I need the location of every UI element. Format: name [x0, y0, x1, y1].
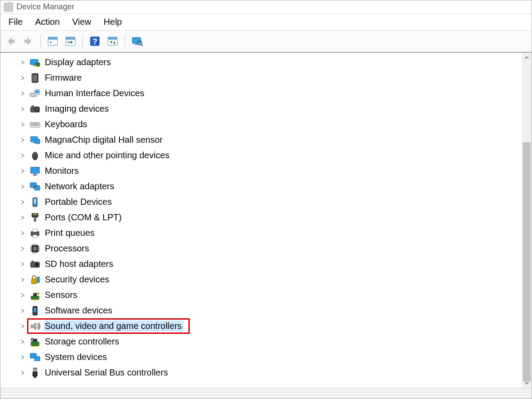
- chevron-right-icon: [20, 138, 25, 142]
- svg-rect-64: [33, 235, 37, 238]
- tree-item[interactable]: Imaging devices: [19, 101, 522, 117]
- scroll-thumb[interactable]: [523, 142, 531, 382]
- tree-item[interactable]: Mice and other pointing devices: [19, 148, 522, 163]
- tree-item-label: Universal Serial Bus controllers: [44, 367, 170, 378]
- help-button[interactable]: ?: [87, 34, 102, 49]
- chevron-right-icon: [20, 371, 25, 375]
- chevron-right-icon: [20, 309, 25, 313]
- keyboard-icon: [29, 118, 41, 131]
- expand-toggle[interactable]: [19, 59, 26, 66]
- tree-item-label: MagnaChip digital Hall sensor: [44, 134, 164, 145]
- expand-toggle[interactable]: [19, 106, 26, 113]
- menu-view[interactable]: View: [72, 17, 91, 27]
- expand-toggle[interactable]: [19, 307, 26, 314]
- expand-toggle[interactable]: [19, 183, 26, 190]
- expand-toggle[interactable]: [19, 90, 26, 97]
- scroll-track[interactable]: [522, 63, 532, 378]
- expand-toggle[interactable]: [19, 354, 26, 361]
- expand-toggle[interactable]: [19, 323, 26, 330]
- tree-item[interactable]: Keyboards: [19, 117, 522, 132]
- tree-item[interactable]: Human Interface Devices: [19, 86, 522, 101]
- vertical-scrollbar[interactable]: [522, 53, 532, 388]
- svg-point-56: [35, 204, 36, 206]
- monitor-icon: [29, 165, 41, 177]
- expand-toggle[interactable]: [19, 74, 26, 82]
- menu-help[interactable]: Help: [104, 17, 122, 27]
- expand-toggle[interactable]: [19, 338, 26, 345]
- tree-item[interactable]: Universal Serial Bus controllers: [19, 365, 522, 380]
- tree-item[interactable]: Sound, video and game controllers: [19, 318, 522, 334]
- expand-toggle[interactable]: [19, 152, 26, 159]
- expand-toggle[interactable]: [19, 292, 26, 299]
- svg-rect-18: [33, 65, 35, 66]
- scan-hardware-button[interactable]: [63, 34, 78, 49]
- expand-toggle[interactable]: [19, 168, 26, 175]
- menu-action[interactable]: Action: [35, 17, 60, 27]
- properties-button[interactable]: [45, 34, 60, 49]
- window-title: Device Manager: [16, 2, 528, 12]
- device-manager-window: Device Manager File Action View Help: [0, 0, 532, 399]
- tree-item-label: Network adapters: [44, 181, 116, 192]
- device-tree[interactable]: Display adaptersFirmwareHuman Interface …: [0, 53, 522, 388]
- expand-toggle[interactable]: [19, 245, 26, 252]
- svg-rect-38: [36, 123, 37, 124]
- expand-toggle[interactable]: [19, 214, 26, 221]
- svg-rect-10: [108, 37, 117, 40]
- tree-item[interactable]: Processors: [19, 241, 522, 256]
- properties-icon: [47, 35, 59, 47]
- expand-toggle[interactable]: [19, 369, 26, 376]
- expand-toggle[interactable]: [19, 199, 26, 206]
- tree-item[interactable]: Firmware: [19, 70, 522, 86]
- display-adapter-icon: [29, 56, 41, 69]
- menu-bar: File Action View Help: [0, 14, 532, 31]
- svg-rect-42: [34, 125, 37, 125]
- chevron-right-icon: [20, 91, 25, 96]
- svg-point-31: [36, 109, 38, 110]
- svg-rect-28: [35, 90, 39, 93]
- svg-rect-66: [33, 247, 37, 250]
- tree-item[interactable]: Display adapters: [19, 55, 522, 70]
- menu-file[interactable]: File: [8, 17, 23, 27]
- chevron-right-icon: [20, 122, 25, 127]
- tree-item[interactable]: Print queues: [19, 225, 522, 241]
- show-hidden-devices-button[interactable]: [129, 34, 145, 49]
- tree-item[interactable]: SD host adapters: [19, 256, 522, 272]
- sensors-icon: [29, 289, 41, 301]
- tree-item[interactable]: Sensors: [19, 287, 522, 303]
- tree-item[interactable]: MagnaChip digital Hall sensor: [19, 132, 522, 148]
- svg-rect-55: [34, 199, 36, 204]
- expand-toggle[interactable]: [19, 276, 26, 283]
- tree-item-label: Sensors: [44, 289, 79, 301]
- network-adapter-icon: [29, 180, 41, 193]
- tree-item[interactable]: Portable Devices: [19, 194, 522, 210]
- expand-toggle[interactable]: [19, 137, 26, 144]
- svg-rect-97: [33, 368, 37, 372]
- tree-item[interactable]: Ports (COM & LPT): [19, 210, 522, 225]
- svg-rect-36: [34, 123, 35, 124]
- tree-item-label: Ports (COM & LPT): [44, 212, 123, 223]
- title-bar: Device Manager: [0, 0, 532, 14]
- svg-rect-82: [31, 279, 37, 284]
- expand-toggle[interactable]: [19, 261, 26, 268]
- tree-item[interactable]: Software devices: [19, 303, 522, 318]
- status-bar: [0, 388, 532, 399]
- tree-item[interactable]: Network adapters: [19, 179, 522, 194]
- forward-button[interactable]: [21, 34, 36, 49]
- tree-item[interactable]: Security devices: [19, 272, 522, 287]
- tree-item-label: Portable Devices: [44, 196, 113, 207]
- update-driver-button[interactable]: [105, 34, 120, 49]
- sd-host-icon: [29, 258, 41, 270]
- back-button[interactable]: [3, 34, 18, 49]
- chevron-right-icon: [20, 107, 25, 111]
- svg-rect-96: [35, 356, 40, 361]
- tree-item[interactable]: Monitors: [19, 163, 522, 179]
- scroll-up-arrow[interactable]: [522, 53, 532, 63]
- expand-toggle[interactable]: [19, 230, 26, 237]
- svg-rect-60: [36, 213, 37, 215]
- svg-rect-39: [38, 123, 39, 124]
- expand-toggle[interactable]: [19, 121, 26, 128]
- tree-item[interactable]: System devices: [19, 349, 522, 365]
- monitor-search-icon: [131, 35, 143, 47]
- tree-item[interactable]: Storage controllers: [19, 334, 522, 349]
- processor-icon: [29, 243, 41, 255]
